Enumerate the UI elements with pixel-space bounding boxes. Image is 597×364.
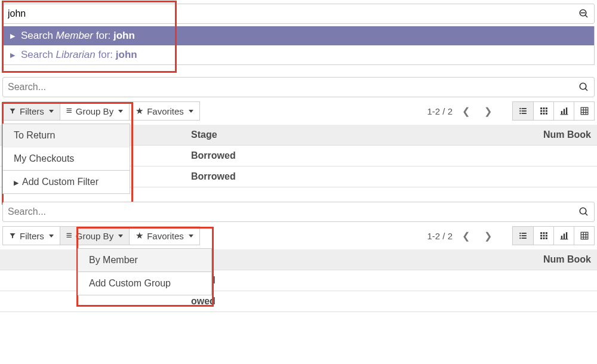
funnel-icon <box>9 232 16 239</box>
caret-down-icon <box>118 110 123 113</box>
groupby-dropdown: By Member Add Custom Group <box>78 248 212 295</box>
svg-point-9 <box>519 113 521 114</box>
filter-my-checkouts[interactable]: My Checkouts <box>3 147 130 170</box>
svg-rect-18 <box>543 113 544 115</box>
svg-rect-19 <box>545 113 547 115</box>
view-switcher <box>512 101 595 121</box>
search-input-3[interactable] <box>7 204 578 220</box>
view-pivot[interactable] <box>574 227 594 245</box>
toolbar: Filters Group By Favorites 1-2 / 2 ❮ ❯ <box>2 100 595 122</box>
svg-rect-13 <box>545 107 547 109</box>
svg-rect-48 <box>565 232 567 239</box>
view-list[interactable] <box>513 227 533 245</box>
caret-down-icon <box>49 110 54 113</box>
svg-rect-49 <box>560 239 568 239</box>
funnel-icon <box>9 107 16 115</box>
view-list[interactable] <box>513 102 533 120</box>
pager-prev[interactable]: ❮ <box>457 228 475 244</box>
svg-rect-12 <box>543 107 544 109</box>
search-icon[interactable] <box>578 82 590 92</box>
svg-rect-23 <box>560 114 568 115</box>
search-bar-1[interactable] <box>2 4 595 24</box>
groupby-add-custom[interactable]: Add Custom Group <box>78 272 211 295</box>
svg-rect-40 <box>540 235 542 237</box>
star-icon <box>136 106 143 116</box>
search-icon[interactable] <box>578 206 590 217</box>
favorites-button[interactable]: Favorites <box>130 101 200 121</box>
svg-point-7 <box>519 110 521 112</box>
caret-down-icon <box>49 235 54 237</box>
pager-next[interactable]: ❯ <box>479 103 497 119</box>
search-icon[interactable] <box>578 8 590 19</box>
svg-rect-42 <box>545 235 547 237</box>
svg-rect-14 <box>540 110 542 112</box>
pager-text: 1-2 / 2 <box>427 106 453 116</box>
svg-rect-50 <box>581 232 588 239</box>
view-switcher <box>512 226 595 245</box>
pager-prev[interactable]: ❮ <box>457 103 475 119</box>
col-num[interactable]: Num Book <box>418 125 597 146</box>
view-kanban[interactable] <box>533 227 553 245</box>
view-kanban[interactable] <box>533 102 553 120</box>
svg-point-3 <box>580 83 586 90</box>
svg-point-29 <box>580 208 586 214</box>
svg-rect-22 <box>565 107 567 114</box>
groupby-button[interactable]: Group By <box>60 101 130 121</box>
pager-text: 1-2 / 2 <box>427 231 453 241</box>
pager: 1-2 / 2 ❮ ❯ <box>427 226 595 245</box>
search-bar-2[interactable] <box>2 77 595 97</box>
groupby-by-member[interactable]: By Member <box>78 249 211 272</box>
pager-next[interactable]: ❯ <box>479 228 497 244</box>
col-num[interactable]: Num Book <box>418 249 597 270</box>
filters-dropdown: To Return My Checkouts ▶Add Custom Filte… <box>2 124 130 194</box>
search-input-1[interactable] <box>7 6 578 21</box>
caret-down-icon <box>118 235 123 237</box>
search-input-2[interactable] <box>7 79 578 95</box>
chevron-right-icon: ▶ <box>10 32 15 40</box>
toolbar: Filters Group By Favorites 1-2 / 2 ❮ ❯ <box>2 224 595 247</box>
svg-point-31 <box>519 233 521 234</box>
svg-rect-21 <box>563 109 564 115</box>
svg-line-1 <box>585 15 587 17</box>
pager: 1-2 / 2 ❮ ❯ <box>427 101 595 121</box>
svg-rect-47 <box>563 234 564 239</box>
list-icon <box>66 230 72 242</box>
filter-to-return[interactable]: To Return <box>3 124 130 147</box>
view-pivot[interactable] <box>574 102 594 120</box>
favorites-button[interactable]: Favorites <box>130 226 200 245</box>
svg-rect-17 <box>540 113 542 115</box>
caret-down-icon <box>189 110 193 113</box>
caret-down-icon <box>189 235 193 237</box>
filters-button[interactable]: Filters <box>2 101 60 121</box>
autocomplete-item-librarian[interactable]: ▶ Search Librarian for: john <box>3 45 594 64</box>
groupby-button[interactable]: Group By <box>60 226 130 245</box>
svg-rect-37 <box>540 232 542 234</box>
svg-rect-41 <box>543 235 544 237</box>
caret-right-icon: ▶ <box>14 179 19 186</box>
search-autocomplete: ▶ Search Member for: john ▶ Search Libra… <box>2 26 595 65</box>
svg-rect-46 <box>561 236 562 239</box>
svg-rect-8 <box>522 110 527 112</box>
svg-rect-20 <box>561 111 562 114</box>
svg-point-35 <box>519 237 521 239</box>
svg-rect-32 <box>522 233 527 234</box>
svg-rect-39 <box>545 232 547 234</box>
svg-rect-43 <box>540 237 542 239</box>
svg-rect-44 <box>543 237 544 239</box>
chevron-right-icon: ▶ <box>10 51 15 59</box>
view-graph[interactable] <box>553 227 574 245</box>
svg-rect-6 <box>522 108 527 109</box>
svg-line-30 <box>585 213 587 215</box>
star-icon <box>136 230 143 241</box>
svg-rect-36 <box>522 237 527 239</box>
search-bar-3[interactable] <box>2 202 595 222</box>
list-icon <box>66 105 72 117</box>
filter-add-custom[interactable]: ▶Add Custom Filter <box>3 170 130 193</box>
svg-rect-38 <box>543 232 544 234</box>
view-graph[interactable] <box>553 102 574 120</box>
svg-rect-16 <box>545 110 547 112</box>
filters-button[interactable]: Filters <box>2 226 60 245</box>
autocomplete-item-member[interactable]: ▶ Search Member for: john <box>3 26 594 45</box>
svg-rect-15 <box>543 110 544 112</box>
svg-rect-11 <box>540 107 542 109</box>
